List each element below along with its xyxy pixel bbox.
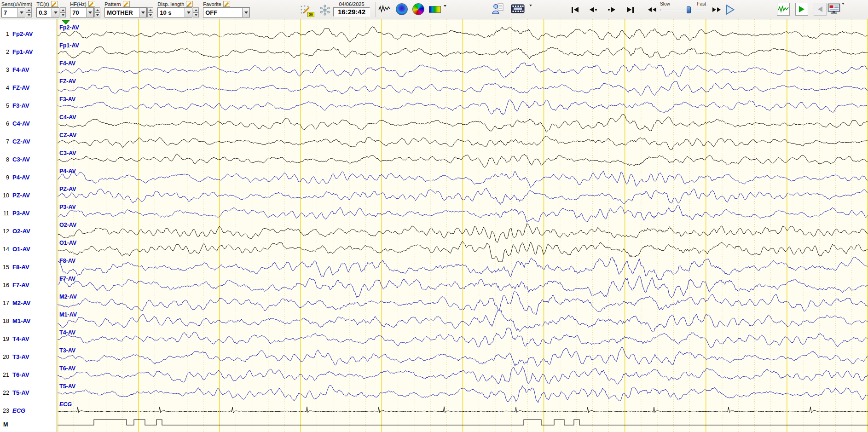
channel-row-F4-AV[interactable]: 3F4-AV	[0, 66, 57, 74]
channel-label: Fp1-AV	[12, 48, 33, 55]
transport-controls	[567, 4, 638, 16]
channel-row-FZ-AV[interactable]: 4FZ-AV	[0, 84, 57, 92]
back-arrow-icon	[818, 6, 822, 12]
display-settings-button[interactable]	[827, 3, 840, 14]
brain-map-button[interactable]	[396, 3, 408, 15]
eeg-viewer-window: Sens(uV/mm) 7 TC(s)	[0, 0, 868, 432]
channel-row-P4-AV[interactable]: 9P4-AV	[0, 174, 57, 181]
autoplay-button[interactable]	[795, 3, 808, 16]
time-constant-spinner[interactable]	[60, 7, 66, 17]
skip-start-icon	[572, 7, 573, 13]
spin-up-button[interactable]	[60, 7, 66, 12]
montage-edit-button[interactable]: 50	[298, 3, 313, 17]
channel-row-T4-AV[interactable]: 19T4-AV	[0, 335, 57, 343]
dropdown-arrow-icon[interactable]	[17, 8, 25, 17]
spin-down-button[interactable]	[94, 12, 100, 17]
dropdown-arrow-icon[interactable]	[529, 6, 532, 15]
channel-row-PZ-AV[interactable]: 10PZ-AV	[0, 192, 57, 199]
spin-down-button[interactable]	[60, 12, 66, 17]
pattern-spinner[interactable]	[147, 7, 153, 17]
review-trace-button[interactable]	[777, 3, 790, 16]
step-back-button[interactable]	[585, 4, 601, 16]
settings-button[interactable]	[318, 4, 331, 17]
pattern-dropdown[interactable]: MOTHER	[104, 7, 147, 17]
skip-end-button[interactable]	[622, 4, 638, 16]
channel-label: PZ-AV	[12, 192, 30, 199]
edit-pencil-icon[interactable]	[88, 1, 95, 7]
slider-track[interactable]	[660, 9, 706, 11]
channel-row-CZ-AV[interactable]: 7CZ-AV	[0, 138, 57, 145]
sensitivity-spinner[interactable]	[26, 7, 32, 17]
dropdown-arrow-icon[interactable]	[842, 5, 845, 13]
channel-row-F3-AV[interactable]: 5F3-AV	[0, 102, 57, 109]
spin-up-button[interactable]	[26, 7, 32, 12]
high-filter-group: HF(Hz) 70	[70, 0, 100, 17]
spin-down-button[interactable]	[193, 12, 199, 17]
channel-row-Fp1-AV[interactable]: 2Fp1-AV	[0, 48, 57, 56]
channel-row-Fp2-AV[interactable]: 1Fp2-AV	[0, 30, 57, 38]
channel-row-ECG[interactable]: 23ECG	[0, 407, 57, 415]
review-tools	[777, 3, 827, 16]
spin-down-button[interactable]	[26, 12, 32, 17]
dropdown-arrow-icon[interactable]	[52, 8, 59, 17]
fast-forward-button[interactable]	[709, 4, 724, 16]
channel-row-M2-AV[interactable]: 17M2-AV	[0, 300, 57, 307]
video-button[interactable]	[511, 4, 525, 14]
step-forward-button[interactable]	[604, 4, 619, 16]
position-marker-icon[interactable]	[62, 20, 69, 24]
step-forward-icon	[608, 9, 610, 11]
channel-row-C3-AV[interactable]: 8C3-AV	[0, 156, 57, 163]
speed-slider: Slow Fast	[660, 1, 706, 11]
edit-pencil-icon[interactable]	[223, 1, 230, 7]
slider-handle[interactable]	[687, 6, 691, 13]
spin-up-button[interactable]	[193, 7, 199, 12]
channel-row-T3-AV[interactable]: 20T3-AV	[0, 353, 57, 361]
colormap-button[interactable]	[429, 6, 441, 13]
channel-number: 11	[0, 210, 9, 217]
channel-row-T5-AV[interactable]: 22T5-AV	[0, 389, 57, 397]
time-constant-dropdown[interactable]: 0.3	[36, 7, 59, 17]
dropdown-arrow-icon[interactable]	[139, 8, 146, 17]
patient-info-button[interactable]	[492, 3, 504, 15]
channel-row-O1-AV[interactable]: 14O1-AV	[0, 246, 57, 253]
sensitivity-dropdown[interactable]: 7	[1, 7, 25, 17]
datetime-panel: 04/06/2025 16:29:42	[333, 1, 370, 17]
display-length-dropdown[interactable]: 10 s	[157, 7, 192, 17]
channel-row-P3-AV[interactable]: 11P3-AV	[0, 210, 57, 217]
pattern-value: MOTHER	[105, 9, 139, 16]
eeg-traces-canvas: Fp2-AVFp1-AVF4-AVFZ-AVF3-AVC4-AVCZ-AVC3-…	[58, 19, 868, 432]
dropdown-arrow-icon[interactable]	[444, 7, 446, 15]
dropdown-arrow-icon[interactable]	[242, 8, 249, 17]
play-button[interactable]	[723, 3, 736, 16]
rewind-button[interactable]	[644, 4, 660, 16]
channel-row-F7-AV[interactable]: 16F7-AV	[0, 282, 57, 289]
spin-up-button[interactable]	[147, 7, 153, 12]
skip-start-button[interactable]	[567, 4, 583, 16]
edit-pencil-icon[interactable]	[51, 1, 58, 7]
high-filter-dropdown[interactable]: 70	[70, 7, 94, 17]
channel-row-M1-AV[interactable]: 18M1-AV	[0, 317, 57, 325]
eeg-chart-area[interactable]: Fp2-AVFp1-AVF4-AVFZ-AVF3-AVC4-AVCZ-AVC3-…	[58, 19, 868, 432]
channel-row-O2-AV[interactable]: 12O2-AV	[0, 228, 57, 235]
display-length-spinner[interactable]	[193, 7, 199, 17]
dropdown-arrow-icon[interactable]	[185, 8, 192, 17]
spectrum-map-button[interactable]	[412, 3, 424, 15]
trace-label-M2-AV: M2-AV	[59, 294, 77, 300]
channel-row-F8-AV[interactable]: 15F8-AV	[0, 264, 57, 271]
favorite-dropdown[interactable]: OFF	[203, 7, 250, 17]
channel-row-C4-AV[interactable]: 6C4-AV	[0, 120, 57, 127]
waveform-tool-button[interactable]	[378, 4, 391, 14]
channel-row-T6-AV[interactable]: 21T6-AV	[0, 371, 57, 379]
spin-up-button[interactable]	[94, 7, 100, 12]
edit-pencil-icon[interactable]	[186, 1, 193, 7]
rainbow-map-icon	[412, 3, 424, 15]
trace-label-Fp1-AV: Fp1-AV	[59, 42, 79, 49]
back-disabled-button[interactable]	[814, 3, 827, 16]
spin-down-button[interactable]	[147, 12, 153, 17]
dropdown-arrow-icon[interactable]	[86, 8, 93, 17]
patient-tools	[492, 3, 532, 15]
high-filter-spinner[interactable]	[94, 7, 100, 17]
display-length-label: Disp. length	[157, 1, 184, 7]
edit-pencil-icon[interactable]	[123, 1, 130, 7]
trace-label-FZ-AV: FZ-AV	[59, 78, 76, 85]
